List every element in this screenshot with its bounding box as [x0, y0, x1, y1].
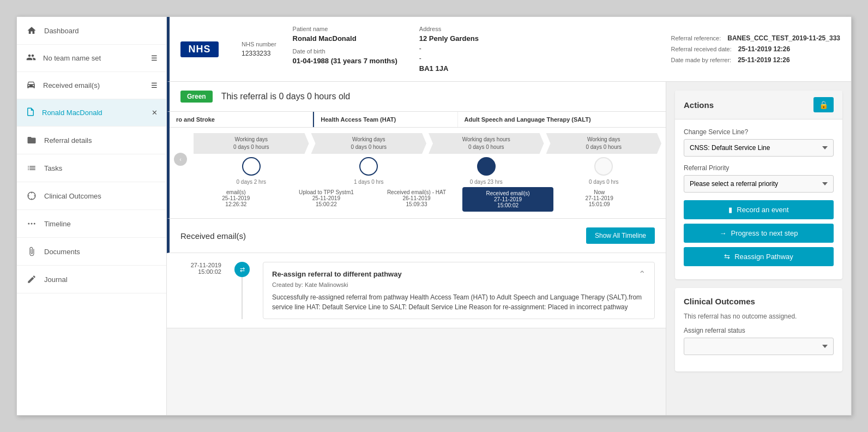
event-connector: [242, 277, 243, 319]
sidebar-item-dashboard[interactable]: Dashboard: [17, 17, 166, 45]
step2-node: [359, 157, 378, 176]
right-panel: Actions 🔒 Change Service Line? CNSS: Def…: [666, 82, 851, 415]
clinical-title: Clinical Outcomes: [684, 297, 834, 306]
received-section: Received email(s) Show All Timeline: [167, 219, 666, 253]
patient-dob: 01-04-1988 (31 years 7 months): [293, 57, 397, 65]
priority-label: Referral Priority: [684, 164, 834, 172]
status-badge: Green: [180, 91, 213, 103]
show-all-timeline-button[interactable]: Show All Timeline: [586, 227, 655, 244]
ref-made-label: Date made by referrer:: [671, 57, 732, 63]
sidebar-item-received-email[interactable]: Received email(s) ☰: [17, 72, 166, 99]
patient-address2: -: [419, 45, 479, 52]
referral-age-bar: Green This referral is 0 days 0 hours ol…: [167, 82, 666, 112]
event-2[interactable]: Upload to TPP Systm1 25-11-2019 15:00:22: [282, 187, 371, 212]
pathway-col1-header: ro and Stroke: [176, 116, 215, 123]
patient-name-label: Patient name: [293, 26, 397, 32]
progress-next-step-button[interactable]: → Progress to next step: [684, 224, 834, 243]
ref-made-value: 25-11-2019 12:26: [738, 56, 789, 64]
event4-label: Received email(s): [486, 190, 530, 196]
sidebar-item-team[interactable]: No team name set ☰: [17, 45, 166, 72]
timeline-event: 27-11-2019 15:00:02 ⇄ Re-assign referral…: [167, 253, 666, 328]
referral-age-text: This referral is 0 days 0 hours old: [221, 92, 351, 101]
patient-name: Ronald MacDonald: [293, 34, 397, 43]
service-line-select[interactable]: CNSS: Default Service Line: [684, 139, 834, 157]
pathway-nav-left[interactable]: ‹: [174, 153, 187, 166]
event1-date: 25-11-2019: [222, 195, 250, 201]
event-collapse-icon[interactable]: ⌃: [638, 269, 646, 279]
lock-button[interactable]: 🔒: [813, 97, 834, 112]
record-icon: ▮: [728, 206, 732, 214]
car-icon: [26, 80, 37, 91]
folder-icon: [26, 134, 38, 146]
sidebar-item-referral-details[interactable]: Referral details: [17, 127, 166, 154]
assign-status-label: Assign referral status: [684, 327, 834, 334]
arrow-right-icon: →: [720, 229, 727, 237]
step4-node: [594, 157, 613, 176]
sidebar-item-documents[interactable]: Documents: [17, 238, 166, 266]
event-3[interactable]: Received email(s) - HAT 26-11-2019 15:09…: [372, 187, 461, 212]
step1-arrow-bottom: 0 days 0 hours: [197, 143, 306, 151]
event3-label: Received email(s) - HAT: [387, 189, 446, 195]
event4-time: 15:00:02: [497, 202, 519, 208]
actions-section: Actions 🔒 Change Service Line? CNSS: Def…: [675, 91, 842, 279]
received-title: Received email(s): [180, 231, 246, 241]
reassign-icon: ⇆: [724, 253, 730, 261]
svg-point-1: [31, 223, 33, 225]
event-icon: ⇄: [234, 262, 250, 277]
event-1[interactable]: email(s) 25-11-2019 12:26:32: [191, 187, 281, 212]
pathway-col3-header: Adult Speech and Language Therapy (SALT): [465, 116, 591, 123]
sidebar-item-tasks[interactable]: Tasks: [17, 154, 166, 182]
patient-postcode: BA1 1JA: [419, 64, 479, 73]
event-content-box: Re-assign referral to different pathway …: [263, 262, 655, 319]
ref-reference-label: Referral reference:: [671, 35, 721, 41]
assign-status-select[interactable]: [684, 338, 834, 355]
event-4-active[interactable]: Received email(s) 27-11-2019 15:00:02: [462, 187, 554, 212]
event-time-display: 15:00:02: [198, 268, 221, 275]
step1-below: 0 days 2 hrs: [237, 179, 266, 185]
sidebar-item-journal[interactable]: Journal: [17, 266, 166, 293]
doc-icon: [26, 107, 35, 118]
pathway-section: ro and Stroke Health Access Team (HAT) A…: [167, 112, 666, 219]
sidebar: Dashboard No team name set ☰ Received em…: [17, 17, 167, 415]
svg-point-2: [34, 223, 35, 225]
event2-date: 25-11-2019: [312, 195, 340, 201]
step3-arrow-bottom: 0 days 0 hours: [432, 143, 541, 151]
patient-address3: -: [419, 55, 479, 62]
sidebar-item-timeline[interactable]: Timeline: [17, 210, 166, 238]
event5-time: 15:01:09: [589, 201, 610, 207]
svg-point-0: [28, 223, 29, 225]
event-5[interactable]: Now 27-11-2019 15:01:09: [554, 187, 644, 212]
reassign-pathway-button[interactable]: ⇆ Reassign Pathway: [684, 247, 834, 266]
home-icon: [26, 25, 38, 37]
menu-icon-2[interactable]: ☰: [151, 81, 158, 89]
step4-arrow-bottom: 0 days 0 hours: [550, 143, 659, 151]
event5-label: Now: [594, 189, 605, 195]
step1-arrow-top: Working days: [197, 136, 306, 143]
actions-body: Change Service Line? CNSS: Default Servi…: [675, 119, 842, 279]
step3-node: [477, 157, 496, 176]
step3-below: 0 days 23 hrs: [470, 179, 503, 185]
menu-icon[interactable]: ☰: [151, 54, 158, 62]
ref-received-label: Referral received date:: [671, 46, 732, 52]
sidebar-item-ronald[interactable]: Ronald MacDonald ✕: [17, 99, 166, 127]
pencil-icon: [26, 273, 38, 285]
close-icon[interactable]: ✕: [152, 109, 158, 117]
pathway-col2-header: Health Access Team (HAT): [321, 116, 396, 123]
clinical-section: Clinical Outcomes This referral has no o…: [675, 288, 842, 371]
nhs-number-label: NHS number: [242, 41, 276, 47]
step4-below: 0 days 0 hrs: [589, 179, 618, 185]
record-event-button[interactable]: ▮ Record an event: [684, 200, 834, 219]
dob-label: Date of birth: [293, 48, 397, 55]
event2-time: 15:00:22: [316, 201, 337, 207]
main-panel: Green This referral is 0 days 0 hours ol…: [167, 82, 666, 415]
event-date-display: 27-11-2019: [191, 262, 221, 268]
people-icon: [26, 52, 37, 64]
event-body-text: Successfully re-assigned referral from p…: [272, 292, 646, 312]
crosshair-icon: [26, 190, 38, 202]
event4-date: 27-11-2019: [494, 196, 522, 202]
service-line-label: Change Service Line?: [684, 128, 834, 136]
step4-arrow-top: Working days: [550, 136, 659, 143]
sidebar-item-clinical-outcomes[interactable]: Clinical Outcomes: [17, 182, 166, 210]
event5-date: 27-11-2019: [586, 195, 613, 201]
priority-select[interactable]: Please select a referral priority: [684, 175, 834, 193]
